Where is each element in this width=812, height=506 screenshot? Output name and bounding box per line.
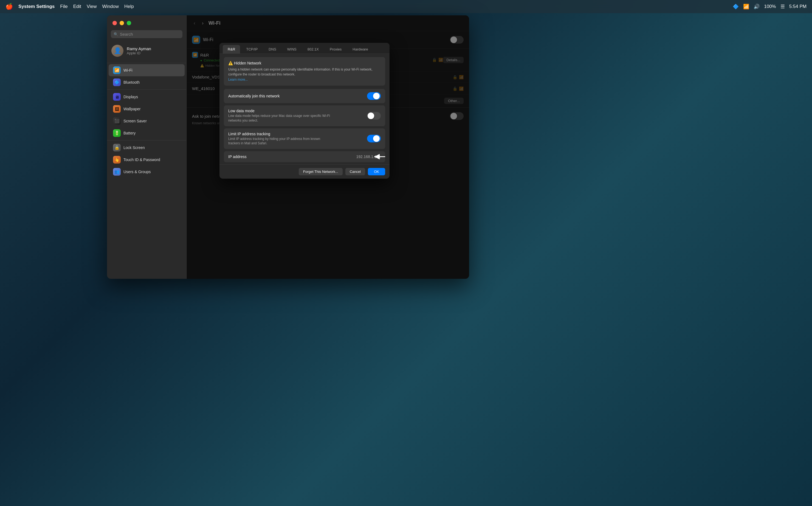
sidebar-label-displays: Displays bbox=[123, 95, 138, 99]
ip-row: IP address 192.168.1.101 bbox=[224, 151, 385, 162]
limit-ip-title: Limit IP address tracking bbox=[228, 132, 333, 136]
hidden-network-desc: Using a hidden network can expose person… bbox=[228, 67, 381, 77]
sidebar-item-lockscreen[interactable]: 🔒 Lock Screen bbox=[109, 142, 185, 154]
sidebar-label-screensaver: Screen Saver bbox=[123, 119, 147, 123]
limit-ip-toggle[interactable] bbox=[367, 135, 381, 143]
user-profile[interactable]: Ramy Ayman Apple ID bbox=[107, 42, 186, 60]
hidden-network-title: ⚠️ Hidden Network bbox=[228, 61, 381, 65]
search-icon: 🔍 bbox=[113, 32, 118, 36]
control-center-icon[interactable]: ☰ bbox=[781, 4, 785, 10]
modal-footer: Forget This Network... Cancel OK bbox=[219, 164, 389, 179]
low-data-desc: Low data mode helps reduce your Mac data… bbox=[228, 113, 333, 123]
auto-join-title: Automatically join this network bbox=[228, 94, 280, 98]
user-info: Ramy Ayman Apple ID bbox=[127, 47, 151, 55]
sidebar-label-wifi: Wi-Fi bbox=[123, 68, 132, 72]
search-input[interactable]: Search bbox=[120, 32, 133, 36]
maximize-button[interactable] bbox=[127, 21, 131, 25]
menu-help[interactable]: Help bbox=[124, 4, 134, 9]
traffic-lights bbox=[107, 15, 186, 28]
wifi-status-icon[interactable]: 📶 bbox=[743, 4, 749, 10]
forget-network-button[interactable]: Forget This Network... bbox=[299, 168, 343, 175]
screensaver-sidebar-icon: ⬛ bbox=[113, 117, 121, 125]
wallpaper-sidebar-icon: 🖼 bbox=[113, 105, 121, 113]
sidebar: 🔍 Search Ramy Ayman Apple ID 📶 Wi-Fi 🔷 B… bbox=[107, 15, 187, 279]
clock: 5:54 PM bbox=[789, 4, 807, 9]
content-area: ‹ › Wi-Fi 📶 Wi-Fi 📶 R&R bbox=[187, 15, 469, 279]
tab-tcpip[interactable]: TCP/IP bbox=[241, 45, 263, 54]
apple-icon[interactable]: 🍎 bbox=[5, 3, 13, 10]
lockscreen-sidebar-icon: 🔒 bbox=[113, 144, 121, 152]
touchid-sidebar-icon: 👆 bbox=[113, 156, 121, 164]
low-data-title: Low data mode bbox=[228, 109, 333, 113]
menu-app-name[interactable]: System Settings bbox=[18, 4, 55, 9]
sidebar-item-screensaver[interactable]: ⬛ Screen Saver bbox=[109, 115, 185, 127]
limit-ip-left: Limit IP address tracking Limit IP addre… bbox=[228, 132, 333, 146]
tab-dns[interactable]: DNS bbox=[264, 45, 281, 54]
minimize-button[interactable] bbox=[119, 21, 124, 25]
users-sidebar-icon: 👥 bbox=[113, 168, 121, 176]
menubar-left: 🍎 System Settings File Edit View Window … bbox=[5, 3, 134, 10]
sidebar-divider-1 bbox=[107, 63, 186, 63]
low-data-left: Low data mode Low data mode helps reduce… bbox=[228, 109, 333, 123]
auto-join-row: Automatically join this network bbox=[224, 89, 385, 103]
tab-proxies[interactable]: Proxies bbox=[325, 45, 347, 54]
sidebar-item-wallpaper[interactable]: 🖼 Wallpaper bbox=[109, 103, 185, 115]
network-details-modal: R&R TCP/IP DNS WINS 802.1X Proxies Hardw… bbox=[219, 43, 389, 179]
auto-join-toggle-knob bbox=[373, 93, 380, 99]
limit-ip-section: Limit IP address tracking Limit IP addre… bbox=[224, 129, 385, 149]
sidebar-item-displays[interactable]: 🖥 Displays bbox=[109, 91, 185, 103]
close-button[interactable] bbox=[112, 21, 117, 25]
displays-sidebar-icon: 🖥 bbox=[113, 93, 121, 101]
wifi-sidebar-icon: 📶 bbox=[113, 66, 121, 74]
modal-tabs: R&R TCP/IP DNS WINS 802.1X Proxies Hardw… bbox=[219, 43, 389, 54]
battery-indicator: 100% bbox=[764, 4, 776, 9]
bluetooth-icon[interactable]: 🔷 bbox=[733, 4, 739, 10]
sidebar-item-battery[interactable]: 🔋 Battery bbox=[109, 127, 185, 139]
ip-label: IP address bbox=[228, 155, 247, 159]
sidebar-item-touchid[interactable]: 👆 Touch ID & Password bbox=[109, 154, 185, 166]
learn-more-link[interactable]: Learn more... bbox=[228, 78, 248, 82]
tab-8021x[interactable]: 802.1X bbox=[302, 45, 324, 54]
tab-rr[interactable]: R&R bbox=[223, 45, 240, 54]
sidebar-label-battery: Battery bbox=[123, 131, 136, 135]
limit-ip-row: Limit IP address tracking Limit IP addre… bbox=[224, 129, 385, 149]
avatar bbox=[111, 45, 123, 57]
tab-wins[interactable]: WINS bbox=[282, 45, 301, 54]
volume-icon[interactable]: 🔊 bbox=[753, 4, 759, 10]
cancel-button[interactable]: Cancel bbox=[345, 168, 365, 175]
battery-sidebar-icon: 🔋 bbox=[113, 129, 121, 137]
menu-view[interactable]: View bbox=[87, 4, 97, 9]
modal-overlay: R&R TCP/IP DNS WINS 802.1X Proxies Hardw… bbox=[187, 15, 469, 279]
menu-file[interactable]: File bbox=[60, 4, 68, 9]
sidebar-label-users: Users & Groups bbox=[123, 170, 151, 174]
low-data-row: Low data mode Low data mode helps reduce… bbox=[224, 105, 385, 126]
sidebar-item-wifi[interactable]: 📶 Wi-Fi bbox=[109, 64, 185, 76]
low-data-section: Low data mode Low data mode helps reduce… bbox=[224, 105, 385, 126]
auto-join-toggle[interactable] bbox=[367, 92, 381, 100]
sidebar-label-touchid: Touch ID & Password bbox=[123, 158, 160, 162]
limit-ip-desc: Limit IP address tracking by hiding your… bbox=[228, 137, 333, 146]
ok-button[interactable]: OK bbox=[368, 168, 385, 175]
auto-join-section: Automatically join this network bbox=[224, 89, 385, 103]
menu-edit[interactable]: Edit bbox=[73, 4, 81, 9]
battery-pct: 100% bbox=[764, 4, 776, 9]
auto-join-left: Automatically join this network bbox=[228, 94, 280, 98]
sidebar-divider-3 bbox=[107, 140, 186, 141]
sidebar-label-bluetooth: Bluetooth bbox=[123, 80, 140, 85]
sidebar-label-wallpaper: Wallpaper bbox=[123, 107, 141, 111]
bluetooth-sidebar-icon: 🔷 bbox=[113, 79, 121, 86]
svg-marker-1 bbox=[374, 154, 380, 159]
sidebar-item-users[interactable]: 👥 Users & Groups bbox=[109, 166, 185, 178]
menubar-right: 🔷 📶 🔊 100% ☰ 5:54 PM bbox=[733, 4, 807, 10]
low-data-toggle[interactable] bbox=[367, 112, 381, 120]
ip-section: IP address 192.168.1.101 bbox=[224, 151, 385, 162]
user-subtitle: Apple ID bbox=[127, 51, 151, 55]
search-box[interactable]: 🔍 Search bbox=[111, 30, 182, 38]
sidebar-label-lockscreen: Lock Screen bbox=[123, 146, 145, 150]
tab-hardware[interactable]: Hardware bbox=[348, 45, 373, 54]
sidebar-item-bluetooth[interactable]: 🔷 Bluetooth bbox=[109, 76, 185, 88]
arrow-annotation bbox=[374, 151, 385, 162]
limit-ip-toggle-knob bbox=[373, 135, 380, 142]
user-name: Ramy Ayman bbox=[127, 47, 151, 51]
menu-window[interactable]: Window bbox=[102, 4, 119, 9]
